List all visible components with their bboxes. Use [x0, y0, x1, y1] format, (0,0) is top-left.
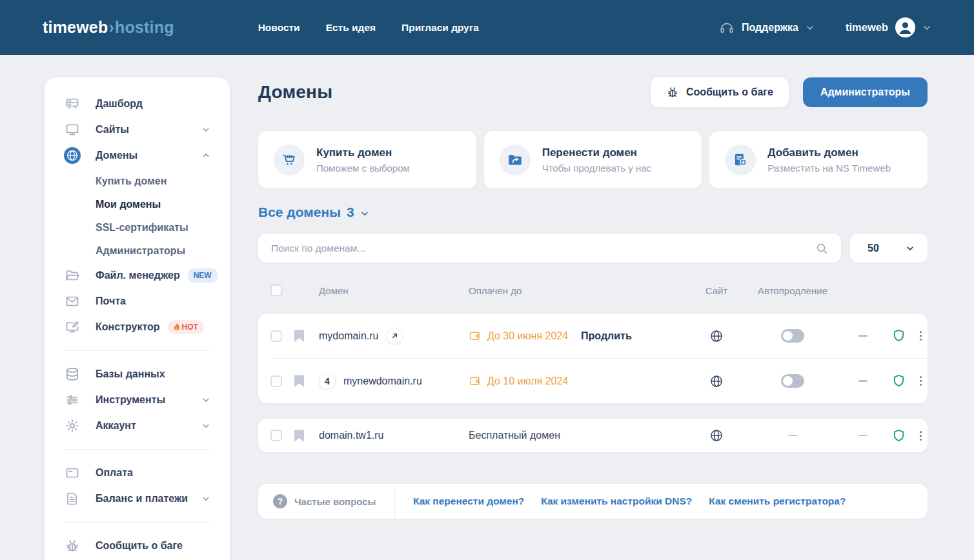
folder-arrow-icon [500, 145, 531, 175]
table-header: Домен Оплачен до Сайт Автопродление [258, 276, 928, 305]
bookmark-icon[interactable] [294, 330, 319, 342]
buy-domain-card[interactable]: Купить домен Поможем с выбором [258, 131, 476, 188]
paid-until-date: До 10 июля 2024 [487, 375, 568, 387]
chevron-down-icon [201, 494, 210, 503]
sidebar-subitem-administrators[interactable]: Администраторы [45, 239, 230, 263]
logo-product: hosting [115, 18, 174, 37]
dash-placeholder [858, 435, 867, 437]
sidebar-item-sites[interactable]: Сайты [45, 117, 230, 143]
sidebar-subitem-ssl-certificates[interactable]: SSL-сертификаты [45, 216, 230, 239]
domains-filter-dropdown[interactable]: Все домены 3 [258, 205, 369, 220]
faq-link-transfer-domain[interactable]: Как перенести домен? [413, 495, 524, 507]
autorenew-toggle[interactable] [781, 374, 804, 388]
renew-link[interactable]: Продлить [581, 330, 632, 342]
wallet-icon [469, 330, 481, 342]
chevron-down-icon [201, 395, 210, 405]
sidebar-item-builder[interactable]: Конструктор HOT [45, 314, 230, 340]
row-menu-button[interactable] [915, 371, 926, 391]
logo-brand: timeweb [43, 18, 108, 37]
logo[interactable]: timeweb›hosting [43, 18, 174, 37]
administrators-button[interactable]: Администраторы [803, 77, 928, 107]
faq-link-dns-settings[interactable]: Как изменить настройки DNS? [541, 495, 692, 507]
nav-idea[interactable]: Есть идея [326, 22, 376, 34]
sidebar-item-dashboard[interactable]: Дашборд [45, 91, 230, 117]
autorenew-toggle[interactable] [781, 329, 804, 343]
sidebar-item-payment[interactable]: Оплата [45, 460, 230, 486]
sidebar-item-mail[interactable]: Почта [45, 288, 230, 314]
report-bug-label: Сообщить о баге [686, 86, 773, 98]
chevron-down-icon [201, 421, 210, 430]
row-checkbox[interactable] [270, 330, 282, 342]
sidebar-item-label: Конструктор [96, 321, 160, 333]
sidebar-item-domains[interactable]: Домены [45, 143, 230, 168]
chevron-down-icon [806, 23, 815, 32]
domain-name[interactable]: mynewdomain.ru [343, 375, 422, 387]
row-menu-button[interactable] [915, 426, 926, 446]
sidebar-subitem-buy-domain[interactable]: Купить домен [45, 170, 230, 193]
nav-news[interactable]: Новости [258, 22, 300, 34]
chevron-up-icon [201, 151, 210, 160]
sidebar-item-label: Базы данных [96, 368, 165, 380]
dash-placeholder [858, 380, 867, 382]
chevron-down-icon [922, 23, 931, 32]
user-menu[interactable]: timeweb [846, 17, 931, 37]
table-row: mydomain.ru До 30 июня 2024 [258, 314, 928, 358]
credit-card-icon [64, 465, 81, 481]
dash-placeholder [788, 435, 797, 437]
add-domain-card[interactable]: Добавить домен Разместить на NS Timeweb [709, 131, 928, 188]
sidebar-item-account[interactable]: Аккаунт [45, 413, 230, 439]
support-menu[interactable]: Поддержка [719, 20, 815, 35]
site-globe-icon[interactable] [691, 428, 742, 443]
shield-icon [883, 329, 914, 343]
report-bug-button[interactable]: Сообщить о баге [651, 77, 789, 107]
sidebar-item-tools[interactable]: Инструменты [45, 387, 230, 413]
sidebar-item-balance[interactable]: Баланс и платежи [45, 486, 230, 512]
bookmark-icon[interactable] [294, 430, 319, 442]
domain-name[interactable]: domain.tw1.ru [319, 430, 384, 441]
page-size-select[interactable]: 50 [850, 234, 928, 263]
transfer-domain-card[interactable]: Перенести домен Чтобы продлевать у нас [484, 131, 702, 188]
bug-icon [666, 86, 679, 99]
col-domain: Домен [319, 285, 469, 296]
row-menu-button[interactable] [915, 326, 926, 346]
sidebar-subitem-my-domains[interactable]: Мои домены [45, 193, 230, 216]
header-right: Поддержка timeweb [719, 17, 931, 37]
headphones-icon [719, 20, 735, 35]
external-link-icon[interactable] [386, 328, 403, 345]
domain-name[interactable]: mydomain.ru [319, 330, 378, 342]
sidebar-item-databases[interactable]: Базы данных [45, 361, 230, 387]
row-checkbox[interactable] [270, 430, 282, 441]
filter-label: Все домены [258, 205, 341, 220]
sliders-icon [64, 392, 81, 408]
sidebar-item-label: Домены [96, 150, 137, 161]
sidebar-item-label: Аккаунт [96, 420, 136, 432]
search-icon[interactable] [815, 242, 828, 255]
subdomain-count-badge[interactable]: 4 [319, 374, 336, 389]
card-title: Перенести домен [542, 146, 651, 159]
bookmark-icon[interactable] [294, 375, 319, 387]
top-header: timeweb›hosting Новости Есть идея Пригла… [0, 0, 974, 55]
gear-icon [64, 418, 81, 434]
folder-icon [64, 268, 81, 283]
sidebar-item-report-bug[interactable]: Сообщить о баге [45, 533, 230, 559]
row-checkbox[interactable] [270, 375, 282, 387]
table-row: 4 mynewdomain.ru До 10 июля 2024 [258, 359, 928, 403]
site-globe-icon[interactable] [691, 374, 742, 388]
cart-icon [274, 145, 305, 175]
site-globe-icon[interactable] [691, 329, 742, 343]
builder-icon [64, 319, 81, 335]
shield-icon [883, 374, 914, 388]
nav-invite-friend[interactable]: Пригласи друга [401, 22, 479, 34]
card-title: Добавить домен [767, 146, 891, 159]
sidebar-item-file-manager[interactable]: Файл. менеджер NEW [45, 263, 230, 288]
filter-count: 3 [347, 205, 354, 220]
page-size-value: 50 [867, 243, 879, 254]
faq-link-change-registrar[interactable]: Как сменить регистратора? [709, 495, 846, 507]
faq-label: Частые вопросы [294, 496, 376, 507]
domains-table-card: mydomain.ru До 30 июня 2024 [258, 314, 928, 403]
search-input[interactable] [271, 243, 815, 254]
dash-placeholder [858, 335, 867, 337]
select-all-checkbox[interactable] [270, 285, 282, 296]
avatar [895, 17, 915, 37]
paid-until-date: Бесплатный домен [469, 430, 560, 441]
